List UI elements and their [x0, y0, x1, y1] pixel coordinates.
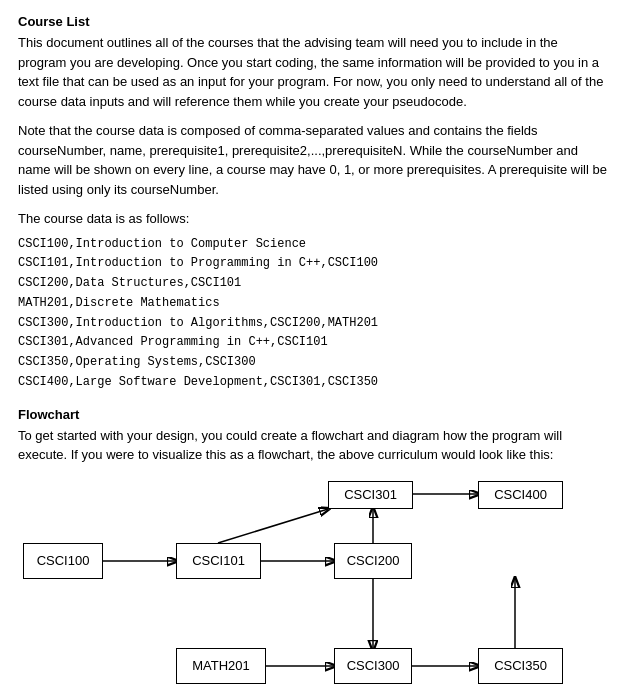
course-list-follows: The course data is as follows: — [18, 209, 608, 229]
node-csci300: CSCI300 — [334, 648, 412, 684]
node-csci301: CSCI301 — [328, 481, 413, 509]
node-csci101: CSCI101 — [176, 543, 261, 579]
course-list-intro: This document outlines all of the course… — [18, 33, 608, 111]
course-list-section: Course List This document outlines all o… — [18, 14, 608, 393]
course-line-6: CSCI301,Advanced Programming in C++,CSCI… — [18, 333, 608, 353]
flowchart-diagram: CSCI100 CSCI101 CSCI301 CSCI200 CSCI400 … — [18, 481, 608, 690]
course-line-5: CSCI300,Introduction to Algorithms,CSCI2… — [18, 314, 608, 334]
course-data-block: CSCI100,Introduction to Computer Science… — [18, 235, 608, 393]
course-line-4: MATH201,Discrete Mathematics — [18, 294, 608, 314]
course-list-note: Note that the course data is composed of… — [18, 121, 608, 199]
node-csci200: CSCI200 — [334, 543, 412, 579]
course-line-7: CSCI350,Operating Systems,CSCI300 — [18, 353, 608, 373]
node-csci350: CSCI350 — [478, 648, 563, 684]
course-line-1: CSCI100,Introduction to Computer Science — [18, 235, 608, 255]
node-math201: MATH201 — [176, 648, 266, 684]
course-list-title: Course List — [18, 14, 608, 29]
flowchart-desc: To get started with your design, you cou… — [18, 426, 608, 465]
svg-line-2 — [218, 509, 328, 543]
flowchart-section: Flowchart To get started with your desig… — [18, 407, 608, 690]
node-csci400: CSCI400 — [478, 481, 563, 509]
flowchart-title: Flowchart — [18, 407, 608, 422]
course-line-2: CSCI101,Introduction to Programming in C… — [18, 254, 608, 274]
node-csci100: CSCI100 — [23, 543, 103, 579]
course-line-8: CSCI400,Large Software Development,CSCI3… — [18, 373, 608, 393]
course-line-3: CSCI200,Data Structures,CSCI101 — [18, 274, 608, 294]
